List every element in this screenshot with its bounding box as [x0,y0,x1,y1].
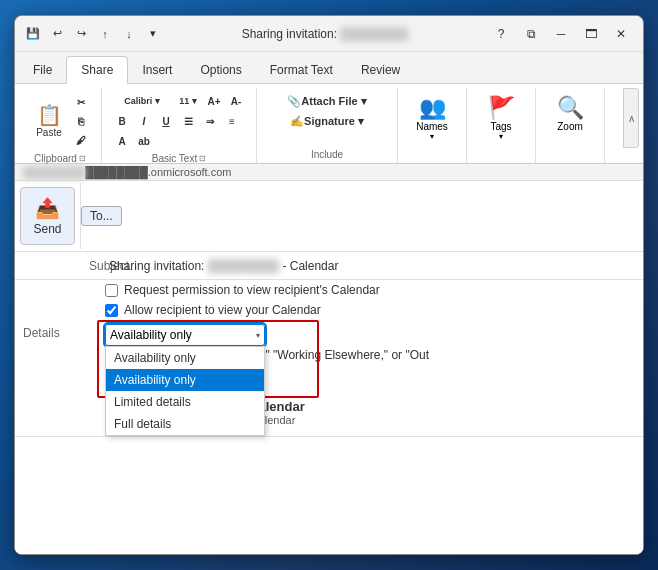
cut-btn[interactable]: ✂ [71,93,91,111]
window-title: Sharing invitation: ████████ [163,27,487,41]
check-allow-row: Allow recipient to view your Calendar [15,300,643,320]
clipboard-group-content: 📋 Paste ✂ ⎘ 🖌 [27,90,93,152]
clipboard-group: 📋 Paste ✂ ⎘ 🖌 Clipboard ⊡ [19,88,102,163]
subject-value: Sharing invitation: ████ ████ - Calendar [105,257,643,275]
ribbon-tabs: File Share Insert Options Format Text Re… [15,52,643,84]
to-button[interactable]: To... [81,206,122,226]
clipboard-small-btns: ✂ ⎘ 🖌 [71,93,91,149]
tab-review[interactable]: Review [347,57,414,83]
tags-icon: 🚩 [488,95,515,121]
indent-btn[interactable]: ⇒ [200,112,220,130]
copy-btn[interactable]: ⎘ [71,112,91,130]
minimize-btn[interactable]: ─ [547,20,575,48]
names-icon: 👥 [419,95,446,121]
details-row: Details Availability only ▾ Availability… [15,320,643,366]
tab-file[interactable]: File [19,57,66,83]
tab-options[interactable]: Options [186,57,255,83]
underline-btn[interactable]: U [156,112,176,130]
allow-view-checkbox[interactable] [105,304,118,317]
send-col: 📤 Send [15,183,81,249]
send-label: Send [33,222,61,236]
format-painter-btn[interactable]: 🖌 [71,131,91,149]
font-color-a-btn[interactable]: A [112,132,132,150]
dropdown-item-2[interactable]: Limited details [106,391,264,413]
font-row: Calibri ▾ 11 ▾ A+ A- [112,92,246,110]
color-row: A ab [112,132,246,150]
from-header: ████████ ████████.onmicrosoft.com [15,164,643,181]
up-btn[interactable]: ↑ [95,24,115,44]
outlook-window: 💾 ↩ ↪ ↑ ↓ ▾ Sharing invitation: ████████… [14,15,644,555]
zoom-icon: 🔍 [557,95,584,121]
maximize-btn[interactable]: 🗖 [577,20,605,48]
dropdown-item-3[interactable]: Full details [106,413,264,435]
details-content: Availability only ▾ Availability only Av… [105,324,635,362]
tags-btn[interactable]: 🚩 Tags ▾ [475,90,527,146]
font-name-selector[interactable]: Calibri ▾ [112,92,172,110]
list-btn[interactable]: ☰ [178,112,198,130]
dropdown-selected-text: Availability only [110,328,192,342]
to-input[interactable] [126,207,643,225]
basic-text-group-content: Calibri ▾ 11 ▾ A+ A- B I U ☰ ⇒ ≡ A [110,90,248,152]
details-dropdown-container: Availability only ▾ Availability only Av… [105,324,265,346]
details-dropdown-selected[interactable]: Availability only ▾ [105,324,265,346]
tags-group: 🚩 Tags ▾ [467,88,536,163]
undo-back-btn[interactable]: ↩ [47,24,67,44]
send-icon: 📤 [35,196,60,220]
names-btn[interactable]: 👥 Names ▾ [406,90,458,146]
dropdown-item-1[interactable]: Availability only [106,369,264,391]
font-size-selector[interactable]: 11 ▾ [174,92,202,110]
quick-access-dropdown[interactable]: ▾ [143,24,163,44]
italic-btn[interactable]: I [134,112,154,130]
undo-fwd-btn[interactable]: ↪ [71,24,91,44]
clipboard-expand-icon[interactable]: ⊡ [79,154,86,163]
email-form: 📤 Send To... Subject Sharing invitation:… [15,181,643,554]
check2-label: Allow recipient to view your Calendar [124,303,321,317]
check1-label: Request permission to view recipient's C… [124,283,380,297]
restore-down-btn[interactable]: ⧉ [517,20,545,48]
zoom-group: 🔍 Zoom [536,88,605,163]
ribbon-collapse-btn[interactable]: ∧ [623,88,639,148]
paste-button[interactable]: 📋 Paste [29,92,69,150]
names-group: 👥 Names ▾ [398,88,467,163]
tags-label: Tags [490,121,511,132]
send-button[interactable]: 📤 Send [20,187,74,245]
email-area: ████████ ████████.onmicrosoft.com 📤 Send… [15,164,643,554]
attach-file-btn[interactable]: 📎 Attach File ▾ [267,92,387,110]
tab-format-text[interactable]: Format Text [256,57,347,83]
question-btn[interactable]: ? [487,20,515,48]
basic-text-expand-icon[interactable]: ⊡ [199,154,206,163]
title-bar: 💾 ↩ ↪ ↑ ↓ ▾ Sharing invitation: ████████… [15,16,643,52]
from-address-blurred: ████████ [23,166,85,178]
names-label: Names [416,121,448,132]
bold-btn[interactable]: B [112,112,132,130]
include-group-footer: Include [307,148,347,161]
request-permission-checkbox[interactable] [105,284,118,297]
to-row: 📤 Send To... [15,181,643,252]
zoom-btn[interactable]: 🔍 Zoom [544,90,596,137]
tab-insert[interactable]: Insert [128,57,186,83]
subject-row: Subject Sharing invitation: ████ ████ - … [15,252,643,280]
dropdown-arrow-icon: ▾ [256,331,260,340]
include-group: 📎 Attach File ▾ ✍ Signature ▾ Include [257,88,398,163]
grow-btn[interactable]: A+ [204,92,224,110]
highlight-btn[interactable]: ab [134,132,154,150]
signature-btn[interactable]: ✍ Signature ▾ [267,112,387,130]
title-bar-controls: ? ⧉ ─ 🗖 ✕ [487,20,635,48]
email-body[interactable] [15,436,643,554]
close-btn[interactable]: ✕ [607,20,635,48]
save-icon-btn[interactable]: 💾 [23,24,43,44]
subject-blurred: ████ ████ [208,259,279,273]
paste-icon: 📋 [37,105,62,125]
details-label: Details [23,324,105,340]
down-btn[interactable]: ↓ [119,24,139,44]
title-bar-left: 💾 ↩ ↪ ↑ ↓ ▾ [23,24,163,44]
text-format-btns: Calibri ▾ 11 ▾ A+ A- B I U ☰ ⇒ ≡ A [112,92,246,150]
shrink-btn[interactable]: A- [226,92,246,110]
tab-share[interactable]: Share [66,56,128,84]
ribbon-content: 📋 Paste ✂ ⎘ 🖌 Clipboard ⊡ Calibri ▾ [15,84,643,164]
text-style-row: B I U ☰ ⇒ ≡ [112,112,246,130]
align-btn[interactable]: ≡ [222,112,242,130]
check-permission-row: Request permission to view recipient's C… [15,280,643,300]
dropdown-item-0[interactable]: Availability only [106,347,264,369]
basic-text-group: Calibri ▾ 11 ▾ A+ A- B I U ☰ ⇒ ≡ A [102,88,257,163]
